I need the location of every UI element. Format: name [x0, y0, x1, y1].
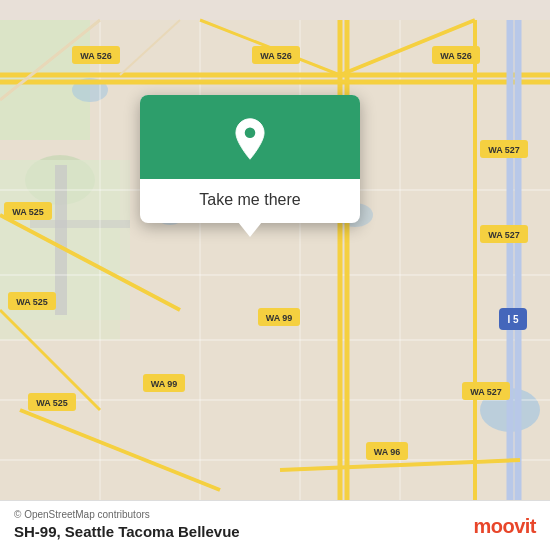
map-container: WA 526 WA 526 WA 526 WA 527 WA 527 WA 52…	[0, 0, 550, 550]
svg-text:WA 526: WA 526	[440, 51, 472, 61]
svg-text:WA 525: WA 525	[36, 398, 68, 408]
svg-text:WA 96: WA 96	[374, 447, 401, 457]
moovit-logo: moovit	[473, 515, 536, 538]
popup-tail	[238, 222, 262, 237]
svg-text:WA 527: WA 527	[488, 230, 520, 240]
location-pin-icon	[228, 117, 272, 161]
bottom-bar: © OpenStreetMap contributors SH-99, Seat…	[0, 500, 550, 550]
svg-text:WA 99: WA 99	[266, 313, 293, 323]
attribution: © OpenStreetMap contributors	[14, 509, 536, 520]
popup-header	[140, 95, 360, 179]
map-svg: WA 526 WA 526 WA 526 WA 527 WA 527 WA 52…	[0, 0, 550, 550]
svg-point-61	[245, 128, 256, 139]
svg-text:WA 527: WA 527	[470, 387, 502, 397]
svg-text:WA 526: WA 526	[80, 51, 112, 61]
svg-text:WA 525: WA 525	[12, 207, 44, 217]
svg-text:I 5: I 5	[507, 314, 519, 325]
svg-text:WA 99: WA 99	[151, 379, 178, 389]
popup-card[interactable]: Take me there	[140, 95, 360, 223]
svg-rect-5	[55, 165, 67, 315]
svg-text:WA 527: WA 527	[488, 145, 520, 155]
svg-rect-6	[30, 220, 130, 228]
svg-text:WA 525: WA 525	[16, 297, 48, 307]
svg-text:WA 526: WA 526	[260, 51, 292, 61]
popup-label[interactable]: Take me there	[183, 179, 316, 223]
place-name: SH-99, Seattle Tacoma Bellevue	[14, 523, 536, 540]
